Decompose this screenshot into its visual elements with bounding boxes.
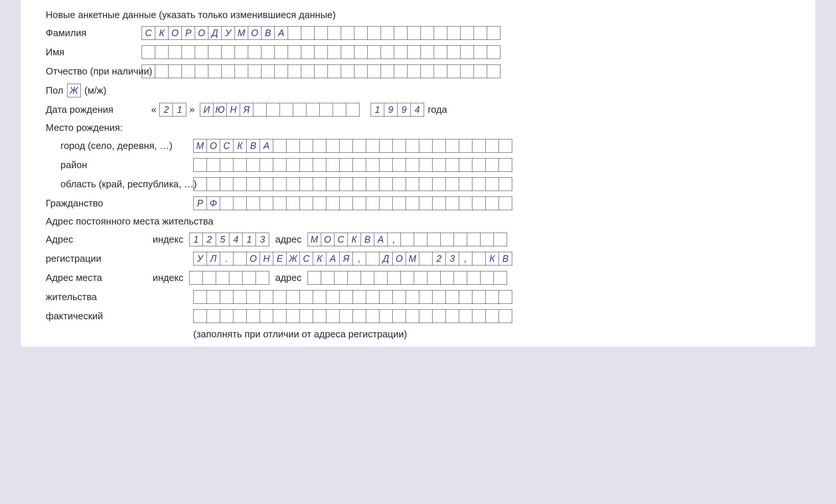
cell[interactable] xyxy=(233,309,247,323)
cell[interactable] xyxy=(299,197,313,210)
cell[interactable] xyxy=(419,177,433,191)
cell[interactable]: , xyxy=(459,252,472,265)
cell[interactable] xyxy=(394,26,407,40)
cell[interactable] xyxy=(273,197,287,210)
cell[interactable] xyxy=(246,197,260,210)
cell[interactable] xyxy=(168,65,182,78)
cell[interactable]: М xyxy=(235,26,248,40)
cell[interactable] xyxy=(400,233,414,246)
cell[interactable] xyxy=(459,139,472,153)
cell[interactable]: М xyxy=(193,139,207,153)
cell[interactable] xyxy=(207,290,220,304)
cell[interactable]: К xyxy=(485,252,499,265)
cell[interactable] xyxy=(459,158,472,172)
cell[interactable] xyxy=(472,158,486,172)
cell[interactable]: , xyxy=(353,252,366,265)
cell[interactable] xyxy=(193,290,207,304)
cell[interactable] xyxy=(216,271,229,285)
cells-dob-day[interactable]: 21 xyxy=(159,103,186,117)
cell[interactable] xyxy=(427,233,441,246)
cells-act-addr1[interactable] xyxy=(308,271,507,285)
cell[interactable] xyxy=(155,65,169,78)
cell[interactable]: Ф xyxy=(207,197,220,210)
cell[interactable] xyxy=(485,139,499,153)
cell[interactable] xyxy=(414,271,427,285)
cell[interactable] xyxy=(195,65,208,78)
cell[interactable] xyxy=(202,271,216,285)
cell[interactable]: И xyxy=(200,103,214,117)
cell[interactable] xyxy=(346,103,360,117)
cells-dob-year[interactable]: 1994 xyxy=(371,103,424,117)
cell[interactable] xyxy=(260,309,273,323)
cell[interactable]: О xyxy=(195,26,208,40)
cell[interactable] xyxy=(233,290,247,304)
cell[interactable] xyxy=(274,65,288,78)
cell[interactable]: О xyxy=(248,26,261,40)
cell[interactable]: 5 xyxy=(216,233,229,246)
cell[interactable] xyxy=(432,309,446,323)
cell[interactable] xyxy=(392,158,406,172)
cell[interactable]: С xyxy=(299,252,313,265)
cell[interactable] xyxy=(419,158,433,172)
cell[interactable] xyxy=(339,139,353,153)
cell[interactable] xyxy=(326,158,340,172)
cell[interactable] xyxy=(220,158,233,172)
cell[interactable] xyxy=(460,65,474,78)
cell[interactable]: Л xyxy=(207,252,220,265)
cell[interactable] xyxy=(208,45,222,59)
cell[interactable] xyxy=(341,26,354,40)
cell[interactable] xyxy=(447,65,461,78)
cell[interactable]: Н xyxy=(260,252,273,265)
cell[interactable] xyxy=(392,309,406,323)
cell[interactable] xyxy=(233,197,247,210)
cell[interactable] xyxy=(286,309,300,323)
cell[interactable] xyxy=(472,177,486,191)
cell[interactable] xyxy=(353,139,366,153)
cell[interactable] xyxy=(301,45,315,59)
cell[interactable] xyxy=(379,158,393,172)
cell[interactable] xyxy=(286,197,300,210)
cell[interactable] xyxy=(366,252,379,265)
cell[interactable] xyxy=(207,158,220,172)
cell[interactable] xyxy=(367,26,381,40)
cell[interactable]: Р xyxy=(193,197,207,210)
cell[interactable]: Я xyxy=(339,252,353,265)
cell[interactable] xyxy=(246,290,260,304)
cell[interactable] xyxy=(220,197,233,210)
cell[interactable] xyxy=(333,103,346,117)
cell[interactable] xyxy=(326,290,340,304)
cell[interactable] xyxy=(366,290,379,304)
cell[interactable]: В xyxy=(361,233,374,246)
cell[interactable] xyxy=(406,197,419,210)
cell[interactable] xyxy=(420,45,434,59)
cell[interactable] xyxy=(339,177,353,191)
cell[interactable] xyxy=(392,290,406,304)
cell[interactable] xyxy=(181,45,195,59)
cell[interactable]: А xyxy=(374,233,388,246)
cell[interactable] xyxy=(235,65,248,78)
cell[interactable] xyxy=(261,45,275,59)
cell[interactable]: К xyxy=(347,233,361,246)
cell[interactable] xyxy=(406,158,419,172)
cells-district[interactable] xyxy=(193,158,512,172)
cell[interactable] xyxy=(367,45,381,59)
cells-dob-month[interactable]: ИЮНЯ xyxy=(200,103,360,117)
cell[interactable] xyxy=(168,45,182,59)
cell[interactable]: В xyxy=(246,139,260,153)
cell[interactable] xyxy=(326,197,340,210)
cell[interactable] xyxy=(286,177,300,191)
cell[interactable] xyxy=(353,158,366,172)
cell[interactable] xyxy=(379,139,393,153)
cell[interactable] xyxy=(246,177,260,191)
cell[interactable] xyxy=(288,45,301,59)
cell[interactable] xyxy=(354,65,368,78)
cells-reg-index[interactable]: 125413 xyxy=(189,233,269,246)
cell[interactable] xyxy=(286,158,300,172)
cell[interactable] xyxy=(367,65,381,78)
cell[interactable] xyxy=(366,197,379,210)
cells-act-index[interactable] xyxy=(189,271,269,285)
cell[interactable] xyxy=(366,309,379,323)
cell[interactable] xyxy=(313,197,326,210)
cells-city[interactable]: МОСКВА xyxy=(193,139,512,153)
cell[interactable] xyxy=(473,45,487,59)
